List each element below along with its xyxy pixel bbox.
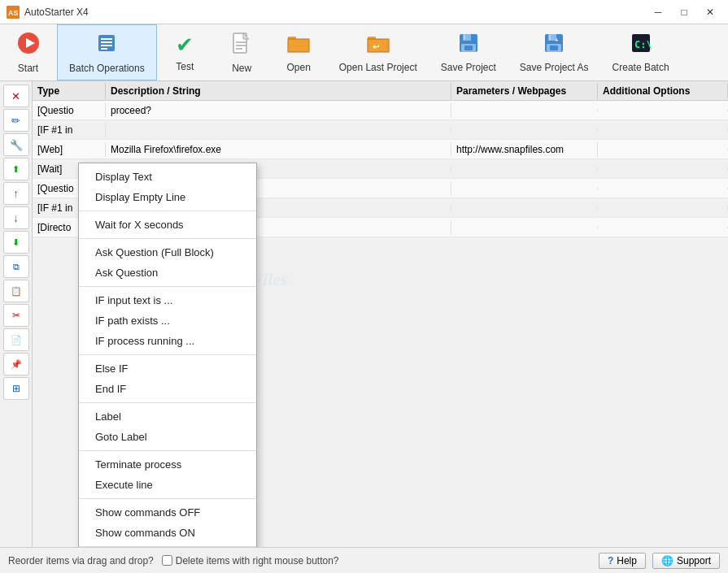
move-bottom-button[interactable]: ⬇ (3, 231, 29, 254)
grid-button[interactable]: ⊞ (3, 377, 29, 400)
menu-divider (79, 450, 256, 451)
menu-item-if-input-text[interactable]: IF input text is ... (79, 290, 256, 310)
open-last-button[interactable]: ↩ Open Last Project (328, 24, 429, 80)
menu-item-display-empty-line[interactable]: Display Empty Line (79, 187, 256, 207)
open-button[interactable]: Open (271, 24, 328, 80)
batch-operations-label: Batch Operations (69, 63, 145, 74)
save-icon (458, 33, 479, 59)
menu-item-else-if[interactable]: Else IF (79, 358, 256, 379)
cell-params (451, 109, 598, 112)
cell-extra (598, 167, 728, 171)
new-label: New (232, 63, 251, 74)
open-label: Open (287, 62, 311, 73)
maximize-button[interactable]: □ (673, 4, 695, 20)
start-icon (17, 32, 40, 59)
cell-type: [Questio (33, 103, 106, 118)
menu-item-display-text[interactable]: Display Text (79, 167, 256, 187)
menu-item-ask-question[interactable]: Ask Question (79, 263, 256, 283)
wrench-button[interactable]: 🔧 (3, 133, 29, 156)
app-title: AutoStarter X4 (24, 7, 89, 18)
edit-button[interactable]: ✏ (3, 109, 29, 132)
menu-item-ask-question-full[interactable]: Ask Question (Full Block) (79, 242, 256, 263)
move-up-button[interactable]: ↑ (3, 182, 29, 205)
new-icon (231, 32, 252, 59)
cell-desc: Mozilla Firefox\firefox.exe (106, 142, 451, 157)
save-label: Save Project (441, 62, 496, 73)
menu-item-label[interactable]: Label (79, 406, 256, 427)
svg-rect-6 (101, 41, 112, 43)
support-button[interactable]: 🌐 Support (652, 553, 720, 569)
svg-text:C:\: C:\ (634, 39, 652, 50)
menu-item-execute-line[interactable]: Execute line (79, 475, 256, 495)
paste2-button[interactable]: 📌 (3, 353, 29, 375)
help-button[interactable]: ? Help (599, 553, 646, 569)
copy2-button[interactable]: 📄 (3, 328, 29, 351)
create-batch-icon: C:\ (630, 33, 652, 59)
header-params: Parameters / Webpages (451, 83, 598, 99)
delete-checkbox[interactable] (162, 555, 172, 566)
table-row[interactable]: [Web] Mozilla Firefox\firefox.exe http:/… (33, 140, 728, 159)
start-label: Start (18, 63, 38, 74)
test-icon: ✔ (176, 33, 194, 58)
menu-divider (79, 498, 256, 499)
open-icon (286, 33, 311, 59)
menu-item-if-path-exists[interactable]: IF path exists ... (79, 310, 256, 331)
menu-item-show-commands-on[interactable]: Show commands ON (79, 523, 256, 543)
cell-desc: proceed? (106, 103, 451, 118)
svg-text:↩: ↩ (373, 42, 380, 51)
svg-rect-8 (101, 48, 107, 50)
support-icon: 🌐 (661, 555, 674, 566)
create-batch-button[interactable]: C:\ Create Batch (601, 24, 682, 80)
cell-params (451, 226, 598, 229)
delete-checkbox-text: Delete items with right mouse button? (176, 555, 339, 566)
menu-item-terminate-process[interactable]: Terminate process (79, 454, 256, 475)
menu-item-goto-label[interactable]: Goto Label (79, 427, 256, 447)
svg-rect-23 (464, 35, 465, 40)
titlebar-left: AS AutoStarter X4 (7, 6, 89, 19)
table-row[interactable]: [Questio proceed? (33, 101, 728, 120)
svg-text:+: + (555, 37, 559, 44)
menu-item-wait-for-x-seconds[interactable]: Wait for X seconds (79, 215, 256, 235)
paste-button[interactable]: 📋 (3, 280, 29, 302)
cell-extra (598, 148, 728, 151)
cell-params (451, 206, 598, 210)
start-button[interactable]: Start (0, 24, 57, 80)
batch-operations-button[interactable]: Batch Operations (57, 24, 157, 80)
test-button[interactable]: ✔ Test (157, 24, 214, 80)
copy-button[interactable]: ⧉ (3, 255, 29, 278)
cell-type: [IF #1 in (33, 123, 106, 137)
statusbar-right: ? Help 🌐 Support (599, 553, 720, 569)
new-button[interactable]: New (214, 24, 271, 80)
svg-rect-30 (550, 46, 558, 50)
cell-extra (598, 109, 728, 112)
delete-checkbox-label[interactable]: Delete items with right mouse button? (162, 555, 339, 566)
cell-type: [Web] (33, 142, 106, 157)
menu-divider (79, 286, 256, 287)
save-as-button[interactable]: + Save Project As (508, 24, 601, 80)
header-extra: Additional Options (598, 83, 728, 99)
close-button[interactable]: ✕ (699, 4, 721, 20)
minimize-button[interactable]: ─ (647, 4, 669, 20)
delete-button[interactable]: ✕ (3, 85, 29, 107)
move-down-button[interactable]: ↓ (3, 206, 29, 229)
cell-params (451, 128, 598, 132)
cell-params: http://www.snapfiles.com (451, 142, 598, 157)
menu-item-if-process-running[interactable]: IF process running ... (79, 331, 256, 351)
menu-divider (79, 354, 256, 355)
menu-item-show-commands-off[interactable]: Show commands OFF (79, 502, 256, 523)
svg-rect-28 (549, 35, 551, 40)
save-button[interactable]: Save Project (429, 24, 508, 80)
statusbar-text: Reorder items via drag and drop? (8, 555, 154, 566)
header-type: Type (33, 83, 106, 99)
move-top-button[interactable]: ⬆ (3, 158, 29, 180)
menu-item-end-if[interactable]: End IF (79, 379, 256, 399)
header-desc: Description / String (106, 83, 451, 99)
toolbar: Start Batch Operations ✔ Test (0, 24, 728, 81)
table-row[interactable]: [IF #1 in (33, 120, 728, 140)
titlebar: AS AutoStarter X4 ─ □ ✕ (0, 0, 728, 24)
save-as-icon: + (543, 33, 565, 59)
menu-divider (79, 546, 256, 547)
svg-rect-14 (288, 39, 309, 52)
svg-rect-25 (464, 46, 473, 50)
cut-button[interactable]: ✂ (3, 304, 29, 327)
